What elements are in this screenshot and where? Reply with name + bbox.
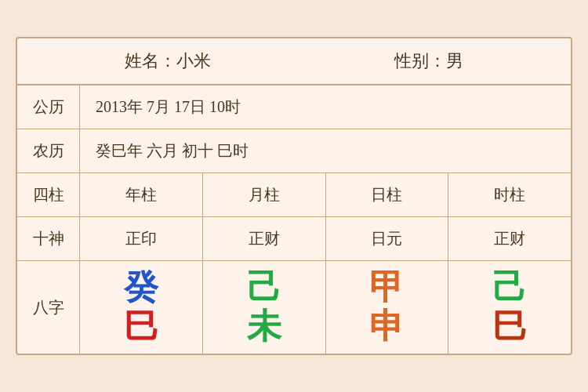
bazhi-top-1: 己 (247, 270, 281, 305)
gregorian-content: 2013年 7月 17日 10时 (80, 85, 571, 129)
bazhi-bottom-3: 巳 (492, 310, 527, 344)
sizi-row: 四柱 年柱 月柱 日柱 时柱 (17, 173, 571, 217)
bazi-card: 姓名：小米 性别：男 公历 2013年 7月 17日 10时 农历 癸巳年 六月… (16, 37, 572, 355)
name-label: 姓名：小米 (125, 49, 211, 73)
shishen-cell-2: 日元 (326, 217, 449, 260)
bazhi-cells: 癸 巳 己 未 甲 申 己 巳 (80, 261, 571, 354)
shishen-cell-3: 正财 (448, 217, 571, 260)
shishen-label: 十神 (17, 217, 80, 260)
sizi-cell-1: 月柱 (203, 173, 326, 216)
bazhi-top-2: 甲 (369, 270, 404, 305)
bazhi-top-0: 癸 (124, 270, 158, 305)
shishen-cell-0: 正印 (80, 217, 203, 260)
bazhi-row: 八字 癸 巳 己 未 甲 申 己 巳 (17, 261, 571, 354)
sizi-cell-0: 年柱 (80, 173, 203, 216)
lunar-label: 农历 (17, 129, 80, 172)
bazhi-cell-2: 甲 申 (326, 261, 449, 354)
sizi-cell-3: 时柱 (448, 173, 571, 216)
bazhi-bottom-2: 申 (369, 310, 404, 344)
bazhi-cell-0: 癸 巳 (80, 261, 203, 354)
header-row: 姓名：小米 性别：男 (17, 38, 571, 85)
bazhi-cell-1: 己 未 (203, 261, 326, 354)
gender-label: 性别：男 (394, 49, 463, 73)
bazhi-bottom-1: 未 (247, 310, 281, 344)
bazhi-label: 八字 (17, 261, 80, 354)
shishen-cells: 正印 正财 日元 正财 (80, 217, 571, 260)
gregorian-label: 公历 (17, 85, 80, 129)
bazhi-top-3: 己 (492, 270, 527, 305)
lunar-content: 癸巳年 六月 初十 巳时 (80, 129, 571, 172)
bazhi-cell-3: 己 巳 (448, 261, 571, 354)
shishen-cell-1: 正财 (203, 217, 326, 260)
sizi-label: 四柱 (17, 173, 80, 216)
sizi-cells: 年柱 月柱 日柱 时柱 (80, 173, 571, 216)
gregorian-row: 公历 2013年 7月 17日 10时 (17, 85, 571, 129)
bazhi-bottom-0: 巳 (124, 310, 158, 344)
lunar-row: 农历 癸巳年 六月 初十 巳时 (17, 129, 571, 173)
sizi-cell-2: 日柱 (326, 173, 449, 216)
shishen-row: 十神 正印 正财 日元 正财 (17, 217, 571, 261)
